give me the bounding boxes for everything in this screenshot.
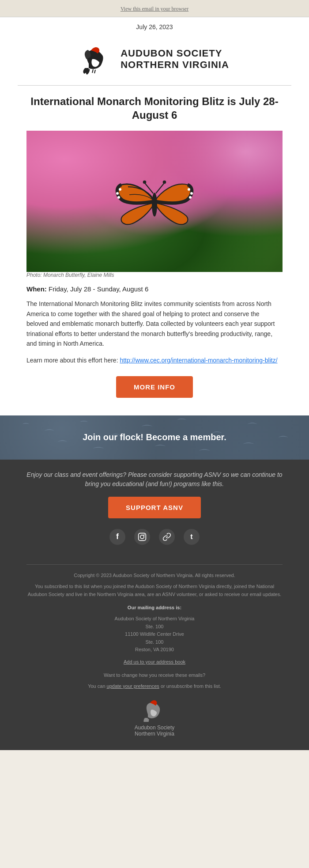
svg-point-6 <box>190 192 193 195</box>
svg-point-5 <box>188 188 190 191</box>
support-text: Enjoy our class and event offerings? Ple… <box>26 470 283 489</box>
mailing-address-label: Our mailing address is: <box>128 605 181 610</box>
footer-logo-org-name: Audubon Society Northern Virginia <box>135 725 175 737</box>
learn-more-section: Learn more about this effort here: http:… <box>26 355 283 365</box>
svg-point-15 <box>143 534 145 536</box>
logo-section: AUDUBON SOCIETY NORTHERN VIRGINIA <box>0 35 309 85</box>
monarch-link[interactable]: http://www.cec.org/international-monarch… <box>120 357 277 364</box>
date-section: July 26, 2023 <box>0 17 309 35</box>
main-content: International Monarch Monitoring Blitz i… <box>0 86 309 415</box>
facebook-icon[interactable]: f <box>109 529 125 545</box>
more-info-button[interactable]: MORE INFO <box>116 376 193 398</box>
butterfly-image <box>26 131 283 272</box>
support-asnv-button[interactable]: SUPPORT ASNV <box>108 497 201 518</box>
when-label: When: <box>26 285 47 293</box>
svg-point-2 <box>119 188 121 191</box>
instagram-icon[interactable] <box>134 529 150 545</box>
svg-point-14 <box>140 535 144 539</box>
footer-address-book: Add us to your address book <box>26 658 283 666</box>
link-icon[interactable] <box>159 529 175 545</box>
footer-subscribe-text: You subscribed to this list when you joi… <box>26 583 283 598</box>
svg-line-1 <box>94 70 95 73</box>
svg-point-3 <box>116 192 119 195</box>
cta-container: MORE INFO <box>26 376 283 398</box>
svg-point-12 <box>163 181 166 184</box>
footer-logo-text2: Northern Virginia <box>135 731 175 737</box>
add-to-address-book-link[interactable]: Add us to your address book <box>124 659 185 664</box>
footer-mailing-label: Our mailing address is: <box>26 604 283 612</box>
org-name-line2: NORTHERN VIRGINIA <box>121 59 229 71</box>
when-line: When: Friday, July 28 - Sunday, August 6 <box>26 285 283 293</box>
footer-logo-text1: Audubon Society <box>135 725 175 731</box>
update-preferences-link[interactable]: update your preferences <box>107 683 159 689</box>
footer-audubon-logo-icon <box>141 698 168 722</box>
article-title: International Monarch Monitoring Blitz i… <box>26 94 283 122</box>
svg-rect-13 <box>139 533 146 540</box>
footer-change-email: Want to change how you receive these ema… <box>26 672 283 679</box>
footer-change-detail: You can update your preferences or unsub… <box>26 683 283 691</box>
photo-caption: Photo: Monarch Butterfly, Elaine Mills <box>26 272 283 278</box>
monarch-butterfly-icon <box>115 168 194 234</box>
org-name-line1: AUDUBON SOCIETY <box>121 48 229 59</box>
when-value: Friday, July 28 - Sunday, August 6 <box>49 285 148 293</box>
logo-container: AUDUBON SOCIETY NORTHERN VIRGINIA <box>80 44 229 75</box>
social-icons-container: f t <box>26 529 283 545</box>
email-date: July 26, 2023 <box>136 23 173 30</box>
footer-divider <box>26 564 283 565</box>
twitter-icon[interactable]: t <box>184 529 200 545</box>
footer-logo: Audubon Society Northern Virginia <box>26 698 283 737</box>
join-section: Join our flock! Become a member. <box>0 415 309 460</box>
audubon-logo-icon <box>80 44 115 75</box>
footer-address: Audubon Society of Northern Virginia Ste… <box>26 615 283 654</box>
svg-point-7 <box>189 196 192 199</box>
view-in-browser-link[interactable]: View this email in your browser <box>121 6 188 12</box>
svg-point-4 <box>117 196 120 199</box>
footer: Copyright © 2023 Audubon Society of Nort… <box>0 560 309 750</box>
join-text: Join our flock! Become a member. <box>65 432 244 442</box>
logo-text: AUDUBON SOCIETY NORTHERN VIRGINIA <box>121 48 229 71</box>
support-btn-container: SUPPORT ASNV <box>26 497 283 529</box>
svg-line-0 <box>92 69 93 73</box>
svg-point-8 <box>152 193 157 217</box>
support-section: Enjoy our class and event offerings? Ple… <box>0 460 309 560</box>
article-description: The International Monarch Monitoring Bli… <box>26 299 283 348</box>
footer-copyright: Copyright © 2023 Audubon Society of Nort… <box>26 572 283 580</box>
top-bar: View this email in your browser <box>0 0 309 17</box>
svg-point-11 <box>143 181 147 184</box>
learn-more-text: Learn more about this effort here: <box>26 357 120 364</box>
